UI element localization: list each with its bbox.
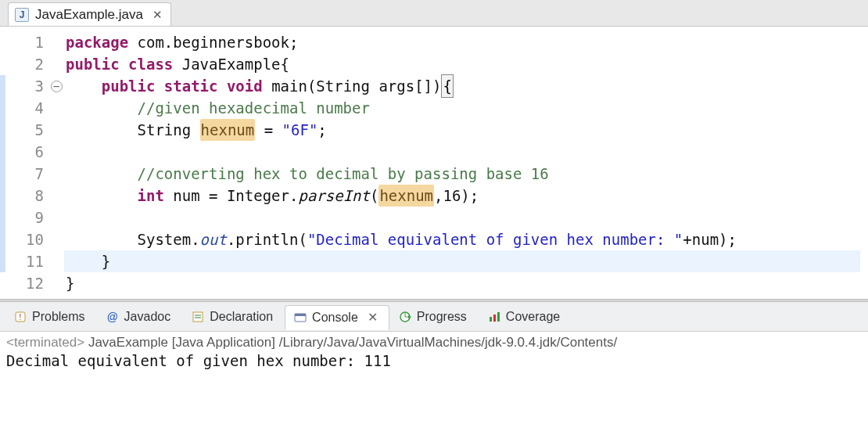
line-number: 10 (0, 228, 44, 250)
line-number: 9 (0, 207, 44, 228)
svg-text:!: ! (20, 313, 22, 322)
tab-progress[interactable]: Progress (389, 304, 479, 329)
line-number: 2 (0, 53, 44, 75)
code-editor[interactable]: 1 2 3 4 5 6 7 8 9 10 11 12 − package com… (0, 27, 868, 299)
coverage-icon (487, 310, 501, 324)
close-icon[interactable]: ✕ (152, 8, 163, 22)
folding-gutter: − (48, 31, 64, 294)
line-number: 12 (0, 272, 44, 294)
console-status-line: <terminated> JavaExample [Java Applicati… (6, 335, 862, 351)
tab-coverage[interactable]: Coverage (479, 304, 572, 329)
line-number: 5 (0, 119, 44, 141)
progress-icon (398, 310, 412, 324)
tab-label: Problems (32, 310, 85, 324)
line-number-gutter: 1 2 3 4 5 6 7 8 9 10 11 12 (0, 31, 48, 294)
fold-toggle-icon[interactable]: − (51, 81, 63, 92)
editor-tab-bar: J JavaExample.java ✕ (0, 0, 868, 27)
editor-tab-label: JavaExample.java (35, 7, 143, 23)
tab-label: Coverage (506, 310, 560, 324)
tab-label: Declaration (210, 310, 273, 324)
view-tab-bar: ! Problems @ Javadoc Declaration Console… (0, 302, 868, 332)
console-pane: <terminated> JavaExample [Java Applicati… (0, 332, 868, 374)
problems-icon: ! (13, 310, 27, 324)
declaration-icon (191, 310, 205, 324)
console-launch-info: JavaExample [Java Application] /Library/… (84, 335, 617, 350)
line-number: 4 (0, 97, 44, 119)
line-number: 11 (0, 250, 44, 272)
svg-rect-6 (295, 314, 306, 316)
svg-rect-9 (490, 317, 492, 322)
current-line-highlight (64, 250, 860, 272)
line-number: 6 (0, 141, 44, 163)
line-number: 7 (0, 163, 44, 185)
variable-highlight: hexnum (378, 185, 434, 207)
console-icon (293, 311, 307, 325)
tab-label: Console (312, 311, 358, 325)
variable-highlight: hexnum (200, 119, 256, 141)
tab-console[interactable]: Console ✕ (285, 305, 389, 330)
line-number: 8 (0, 185, 44, 207)
range-indicator (0, 75, 5, 272)
svg-rect-10 (493, 315, 496, 322)
tab-declaration[interactable]: Declaration (182, 304, 285, 329)
svg-rect-11 (497, 312, 500, 322)
matching-brace: { (441, 74, 453, 98)
code-body[interactable]: package com.beginnersbook; public class … (64, 31, 868, 294)
svg-rect-2 (193, 312, 203, 322)
java-file-icon: J (15, 8, 29, 22)
javadoc-icon: @ (106, 310, 120, 324)
tab-label: Progress (417, 310, 467, 324)
terminated-label: <terminated> (6, 335, 84, 350)
tab-label: Javadoc (124, 310, 171, 324)
tab-problems[interactable]: ! Problems (5, 304, 97, 329)
close-icon[interactable]: ✕ (368, 310, 378, 325)
console-output[interactable]: Decimal equivalent of given hex number: … (6, 352, 862, 369)
line-number: 1 (0, 31, 44, 53)
tab-javadoc[interactable]: @ Javadoc (97, 304, 183, 329)
editor-tab-active[interactable]: J JavaExample.java ✕ (8, 2, 171, 26)
line-number: 3 (0, 75, 44, 97)
